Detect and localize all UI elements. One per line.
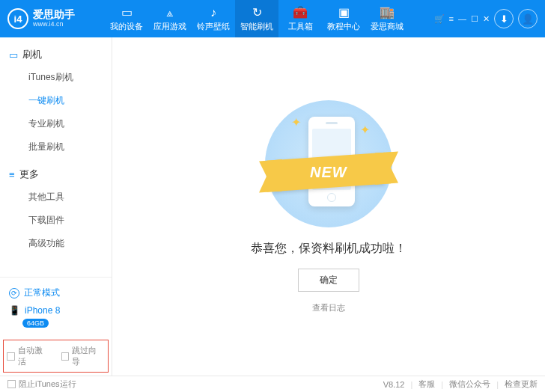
close-icon[interactable]: ✕ [483, 14, 490, 24]
logo-badge-icon: i4 [7, 8, 28, 29]
sparkle-icon: ✦ [291, 115, 301, 129]
download-button[interactable]: ⬇ [494, 9, 514, 28]
nav-item-1[interactable]: ⟁应用游戏 [148, 0, 192, 37]
checkbox-icon [7, 352, 15, 361]
nav-item-3[interactable]: ↻智能刷机 [235, 0, 278, 37]
success-message: 恭喜您，保资料刷机成功啦！ [251, 241, 407, 257]
nav-icon: ▣ [338, 6, 350, 19]
highlighted-options: 自动激活 跳过向导 [3, 340, 109, 373]
sidebar-item[interactable]: 专业刷机 [0, 112, 112, 135]
mode-label: 正常模式 [24, 287, 60, 299]
sparkle-icon: ✦ [360, 123, 370, 137]
support-link[interactable]: 客服 [418, 379, 435, 390]
nav-item-0[interactable]: ▭我的设备 [105, 0, 148, 37]
sidebar-item[interactable]: 下载固件 [0, 209, 112, 232]
checkbox-icon [7, 380, 16, 388]
mode-indicator[interactable]: ⟳ 正常模式 [7, 284, 104, 302]
cart-icon[interactable]: 🛒 [434, 14, 445, 24]
sidebar-item[interactable]: 一键刷机 [0, 89, 112, 112]
refresh-icon: ⟳ [9, 288, 19, 298]
logo[interactable]: i4 爱思助手 www.i4.cn [7, 8, 105, 29]
nav-icon: ⟁ [166, 6, 174, 19]
nav-icon: 🏬 [380, 6, 395, 19]
block-itunes-checkbox[interactable]: 阻止iTunes运行 [7, 379, 76, 390]
nav-item-4[interactable]: 🧰工具箱 [278, 0, 322, 37]
window-controls: 🛒 ≡ — ☐ ✕ [434, 14, 490, 24]
success-illustration: ✦ ✦ NEW [265, 100, 392, 227]
sidebar-item[interactable]: 其他工具 [0, 186, 112, 209]
nav-item-2[interactable]: ♪铃声壁纸 [192, 0, 235, 37]
nav-icon: ▭ [121, 6, 133, 19]
sidebar-item[interactable]: 高级功能 [0, 232, 112, 255]
menu-icon[interactable]: ≡ [449, 14, 454, 24]
nav-icon: 🧰 [293, 6, 308, 19]
checkbox-icon [61, 352, 70, 361]
capacity-badge: 64GB [22, 319, 49, 328]
sidebar-section-header[interactable]: ≡更多 [0, 163, 112, 186]
phone-icon: 📱 [9, 305, 20, 316]
nav-icon: ↻ [252, 6, 262, 19]
device-indicator[interactable]: 📱 iPhone 8 64GB [7, 302, 104, 331]
nav-icon: ♪ [210, 6, 216, 19]
nav-item-6[interactable]: 🏬爱思商城 [365, 0, 409, 37]
version-label: V8.12 [383, 380, 405, 389]
sidebar-item[interactable]: 批量刷机 [0, 135, 112, 159]
view-log-link[interactable]: 查看日志 [312, 302, 345, 313]
nav-item-5[interactable]: ▣教程中心 [322, 0, 365, 37]
logo-url: www.i4.cn [33, 21, 75, 28]
sidebar-section-header[interactable]: ▭刷机 [0, 43, 112, 66]
minimize-icon[interactable]: — [458, 14, 466, 24]
auto-activate-checkbox[interactable]: 自动激活 [7, 345, 51, 367]
sidebar: ▭刷机iTunes刷机一键刷机专业刷机批量刷机≡更多其他工具下载固件高级功能 ⟳… [0, 37, 112, 376]
logo-title: 爱思助手 [33, 9, 75, 20]
wechat-link[interactable]: 微信公众号 [449, 379, 490, 390]
ok-button[interactable]: 确定 [298, 269, 359, 292]
main-content: ✦ ✦ NEW 恭喜您，保资料刷机成功啦！ 确定 查看日志 [112, 37, 545, 376]
maximize-icon[interactable]: ☐ [471, 14, 478, 24]
skip-guide-checkbox[interactable]: 跳过向导 [61, 345, 106, 367]
header: i4 爱思助手 www.i4.cn ▭我的设备⟁应用游戏♪铃声壁纸↻智能刷机🧰工… [0, 0, 545, 37]
check-update-link[interactable]: 检查更新 [505, 379, 538, 390]
sidebar-item[interactable]: iTunes刷机 [0, 66, 112, 89]
user-button[interactable]: 👤 [518, 9, 538, 28]
section-icon: ≡ [9, 169, 15, 180]
device-name: iPhone 8 [25, 305, 60, 316]
section-icon: ▭ [9, 49, 18, 61]
footer: 阻止iTunes运行 V8.12 | 客服 | 微信公众号 | 检查更新 [0, 376, 545, 392]
top-nav: ▭我的设备⟁应用游戏♪铃声壁纸↻智能刷机🧰工具箱▣教程中心🏬爱思商城 [105, 0, 434, 37]
